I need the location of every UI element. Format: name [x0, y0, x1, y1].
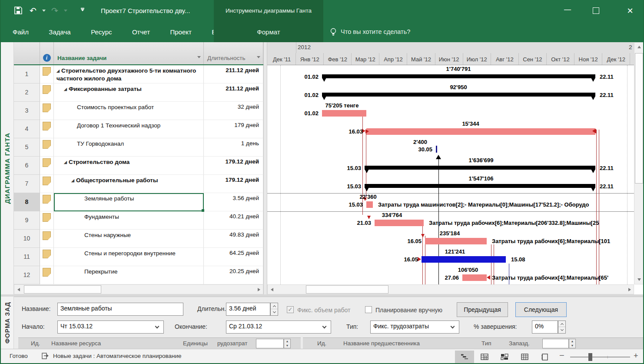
tab-report[interactable]: Отчет [123, 22, 159, 42]
collapse-icon[interactable]: ◢ [56, 69, 60, 74]
row-number[interactable]: 5 [14, 138, 40, 157]
form-start-combo[interactable]: Чт 15.03.12 [57, 321, 164, 334]
table-hscrollbar[interactable] [14, 284, 263, 294]
view-sheet-button[interactable] [515, 351, 534, 363]
collapse-icon[interactable]: ◢ [71, 178, 74, 184]
row-number[interactable]: 11 [14, 248, 40, 266]
undo-button[interactable]: ↶ [30, 0, 37, 22]
task-duration-cell[interactable]: 64.25 дней [204, 248, 263, 266]
task-duration-cell[interactable]: 1 день [204, 138, 263, 157]
table-chart-splitter[interactable] [263, 42, 267, 294]
name-filter-icon[interactable] [197, 56, 201, 60]
timeline-month[interactable]: Дек '12 [602, 53, 630, 65]
view-usage-button[interactable] [475, 351, 494, 363]
zoom-in-button[interactable]: + [634, 351, 638, 361]
timeline-month[interactable]: Май '12 [408, 53, 435, 65]
indicator-cell[interactable] [40, 175, 54, 193]
indicator-cell[interactable] [40, 230, 54, 248]
indicator-cell[interactable] [40, 211, 54, 230]
timeline-month[interactable]: Фев '12 [324, 53, 352, 65]
row-number[interactable]: 3 [14, 102, 40, 120]
undo-dropdown-icon[interactable] [42, 10, 46, 13]
collapse-icon[interactable]: ◢ [64, 87, 67, 92]
tab-resource[interactable]: Ресурс [82, 22, 121, 42]
indicator-cell[interactable] [40, 248, 54, 266]
maximize-button[interactable] [593, 7, 599, 14]
tab-file[interactable]: Файл [3, 22, 38, 42]
task-duration-cell[interactable]: 211.12 дней [204, 65, 263, 83]
task-duration-cell[interactable]: 179 дней [204, 120, 263, 138]
row-number[interactable]: 10 [14, 230, 40, 248]
table-scroll-left-button[interactable] [14, 285, 23, 294]
task-bar[interactable] [375, 220, 424, 226]
view-rail-form[interactable]: ФОРМА ЗАД [1, 297, 14, 349]
vertical-scroll-thumb[interactable] [635, 53, 643, 184]
row-number[interactable]: 9 [14, 211, 40, 230]
chart-hscrollbar[interactable] [267, 284, 634, 294]
table-hscroll-thumb[interactable] [24, 285, 101, 294]
timeline-month[interactable]: Дек '11 [268, 53, 296, 65]
predecessor-header-spinner[interactable]: ▲▼ [569, 339, 576, 348]
manual-schedule-checkbox[interactable] [365, 306, 372, 313]
timeline-month[interactable]: Янв '12 [296, 53, 324, 65]
form-type-combo[interactable]: Фикс. трудозатраты [370, 321, 459, 334]
tab-task[interactable]: Задача [40, 22, 80, 42]
redo-dropdown-icon[interactable] [64, 10, 67, 13]
task-duration-cell[interactable]: 179.12 дней [204, 175, 263, 193]
task-name-cell[interactable]: ◢Строительство дома [54, 157, 204, 175]
tell-me-box[interactable]: Что вы хотите сделать? [341, 22, 410, 42]
row-number[interactable]: 4 [14, 120, 40, 138]
resource-header-input[interactable] [256, 339, 284, 348]
chart-scroll-left-button[interactable] [268, 285, 276, 294]
gantt-pane[interactable]: 1'740'79101.0222.1192'95001.0222.1175'20… [267, 65, 634, 284]
task-bar[interactable] [322, 110, 366, 117]
task-name-cell[interactable]: Договор 1 Технический надзор [54, 120, 204, 138]
form-pct-input[interactable]: 0% [532, 321, 558, 334]
task-duration-cell[interactable]: 3.56 дней [204, 193, 263, 211]
indicator-cell[interactable] [40, 157, 54, 175]
summary-bar[interactable] [322, 74, 595, 78]
form-pct-spinner[interactable] [558, 321, 566, 334]
previous-task-button[interactable]: Предыдущая [457, 302, 508, 317]
indicator-cell[interactable] [40, 120, 54, 138]
save-icon[interactable] [14, 6, 23, 17]
task-duration-cell[interactable]: 20.25 дней [204, 266, 263, 284]
indicator-cell[interactable] [40, 193, 54, 211]
task-name-cell[interactable]: ◢Общестроительные работы [54, 175, 204, 193]
timeline-header[interactable]: 2012 2 Дек '11Янв '12Фев '12Мар '12Апр '… [267, 42, 634, 65]
indicator-cell[interactable] [40, 65, 54, 83]
task-name-cell[interactable]: Стены наружные [54, 230, 204, 248]
tab-format[interactable]: Формат [214, 22, 323, 42]
vertical-scrollbar[interactable] [634, 42, 644, 284]
row-number[interactable]: 1 [14, 65, 40, 83]
indicator-column-header[interactable]: i [40, 42, 54, 64]
indicator-cell[interactable] [40, 83, 54, 102]
scroll-down-button[interactable] [634, 275, 644, 284]
view-gantt-button[interactable] [455, 351, 474, 363]
fill-handle[interactable] [202, 209, 204, 212]
indicator-cell[interactable] [40, 266, 54, 284]
predecessor-header-input[interactable] [542, 339, 569, 348]
name-column-header[interactable]: Название задачи [54, 42, 204, 64]
form-finish-combo[interactable]: Ср 21.03.12 [226, 321, 331, 334]
task-bar-blue[interactable] [422, 256, 506, 263]
task-duration-cell[interactable]: 211.12 дней [204, 83, 263, 102]
timeline-month[interactable]: Авг '12 [491, 53, 519, 65]
task-bar[interactable] [366, 201, 373, 208]
minimize-button[interactable]: — [561, 0, 574, 22]
zoom-out-button[interactable]: − [559, 351, 564, 361]
scroll-up-button[interactable] [634, 43, 644, 51]
timeline-month[interactable]: Ноя '12 [574, 53, 602, 65]
summary-bar[interactable] [365, 166, 595, 170]
task-name-cell[interactable]: Стены и перегородки внутренние [54, 248, 204, 266]
table-scroll-right-button[interactable] [255, 285, 263, 294]
milestone-tick[interactable] [436, 146, 437, 153]
chart-hscroll-thumb[interactable] [306, 285, 388, 294]
collapse-icon[interactable]: ◢ [64, 160, 67, 165]
task-duration-cell[interactable]: 49.83 дней [204, 230, 263, 248]
form-duration-spinner[interactable] [270, 303, 278, 316]
view-rail-gantt[interactable]: ДИАГРАММА ГАНТА [1, 42, 14, 294]
summary-bar[interactable] [322, 93, 595, 97]
row-number[interactable]: 12 [14, 266, 40, 284]
next-task-button[interactable]: Следующая [515, 302, 567, 317]
